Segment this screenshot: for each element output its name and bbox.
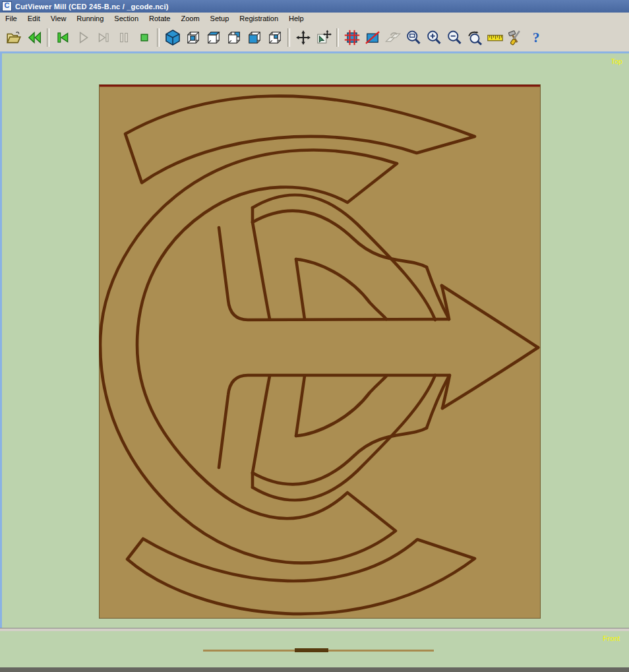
zoom-window-button[interactable]	[403, 27, 423, 48]
section-grid-button[interactable]	[342, 27, 362, 48]
section-cut-button[interactable]	[362, 27, 382, 48]
rewind-icon	[26, 30, 42, 46]
cutviewer-window: { "window": { "title": "CutViewer Mill (…	[0, 0, 629, 672]
front-cut-profile	[295, 648, 328, 652]
title-bar[interactable]: C CutViewer Mill (CED 245-B.nc / _gcode.…	[0, 0, 629, 13]
zoom-orbit-icon	[466, 29, 483, 46]
stop-icon	[136, 30, 152, 46]
tools-button[interactable]	[505, 27, 525, 48]
open-file-button[interactable]	[3, 27, 24, 48]
help-button[interactable]: ?	[525, 27, 546, 48]
top-view-icon	[205, 29, 222, 46]
stock-material	[99, 84, 541, 619]
isometric-view-icon	[164, 29, 181, 46]
drag-view-button[interactable]	[313, 27, 334, 48]
top-view-label: Top	[611, 57, 622, 65]
app-icon: C	[2, 1, 12, 11]
zoom-in-button[interactable]	[423, 27, 444, 48]
toolbar-separator	[287, 28, 290, 47]
side-view-icon	[266, 29, 284, 46]
drag-view-icon	[316, 30, 332, 46]
measure-button[interactable]	[485, 27, 505, 48]
go-to-start-icon	[55, 30, 71, 46]
top-view-button[interactable]	[203, 27, 224, 48]
section-grid-icon	[344, 29, 361, 46]
window-title: CutViewer Mill (CED 245-B.nc / _gcode.nc…	[15, 3, 169, 11]
pause-icon	[116, 30, 132, 46]
zoom-window-icon	[405, 29, 422, 46]
menu-registration[interactable]: Registration	[234, 14, 284, 23]
isometric-view-button[interactable]	[162, 27, 183, 48]
bottom-view-button[interactable]	[183, 27, 203, 48]
front-view-icon	[246, 29, 263, 46]
workpiece-top-view	[99, 84, 541, 619]
zoom-orbit-button[interactable]	[464, 27, 485, 48]
play-button	[73, 27, 93, 48]
back-view-icon	[225, 29, 243, 46]
zoom-in-icon	[425, 29, 442, 46]
side-view-button[interactable]	[264, 27, 285, 48]
menu-help[interactable]: Help	[284, 14, 309, 23]
toolbar-separator	[47, 28, 49, 47]
toolbar-separator	[157, 28, 160, 47]
menu-bar: File Edit View Running Section Rotate Zo…	[0, 13, 629, 24]
menu-running[interactable]: Running	[71, 14, 109, 23]
front-viewport[interactable]: Front	[0, 631, 629, 667]
menu-rotate[interactable]: Rotate	[144, 14, 175, 23]
go-to-start-button[interactable]	[52, 27, 73, 48]
toolbar-separator	[336, 28, 339, 47]
menu-section[interactable]: Section	[109, 14, 144, 23]
menu-file[interactable]: File	[0, 14, 22, 23]
bottom-view-icon	[185, 29, 202, 46]
menu-edit[interactable]: Edit	[22, 14, 45, 23]
section-cut-icon	[364, 29, 381, 46]
tools-icon	[507, 29, 524, 46]
stop-button[interactable]	[134, 27, 154, 48]
help-icon: ?	[527, 29, 545, 46]
front-view-button[interactable]	[244, 27, 264, 48]
rotate-3d-button	[382, 27, 403, 48]
zoom-out-icon	[446, 29, 463, 46]
pause-button	[113, 27, 134, 48]
menu-setup[interactable]: Setup	[205, 14, 235, 23]
open-file-icon	[6, 30, 22, 46]
rotate-3d-icon	[384, 29, 402, 46]
pan-button[interactable]	[293, 27, 313, 48]
measure-icon	[487, 29, 504, 46]
front-view-label: Front	[603, 634, 620, 642]
menu-zoom[interactable]: Zoom	[175, 14, 204, 23]
go-to-end-icon	[96, 30, 111, 46]
toolbar: ?	[0, 24, 629, 51]
window-bottom-edge	[0, 667, 629, 672]
pan-icon	[295, 30, 311, 46]
rewind-button[interactable]	[24, 27, 44, 48]
back-view-button[interactable]	[224, 27, 244, 48]
menu-view[interactable]: View	[45, 14, 72, 23]
svg-text:?: ?	[532, 30, 539, 46]
go-to-end-button	[93, 27, 113, 48]
play-icon	[75, 30, 91, 46]
zoom-out-button[interactable]	[444, 27, 464, 48]
